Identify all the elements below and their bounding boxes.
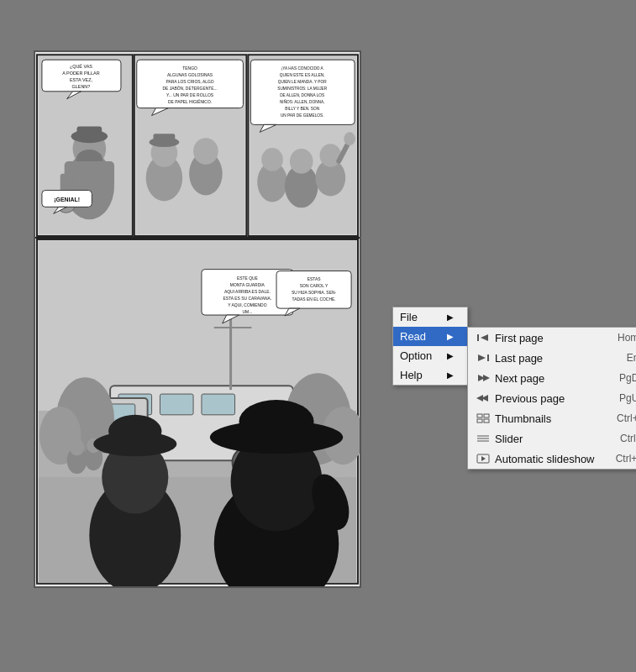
- option-menu-arrow: ▶: [447, 351, 454, 360]
- svg-marker-105: [481, 334, 488, 341]
- svg-rect-115: [484, 419, 489, 423]
- previous-page-label: Previous page: [495, 392, 602, 405]
- svg-rect-8: [76, 126, 102, 139]
- slider-label: Slider: [495, 433, 603, 445]
- thumbnails-icon: [475, 412, 491, 425]
- last-page-label: Last page: [495, 352, 610, 365]
- svg-point-78: [70, 439, 85, 456]
- svg-text:ALGUNAS GOLOSINAS: ALGUNAS GOLOSINAS: [167, 73, 213, 77]
- menu-bar: File ▶ Read ▶ First page Home Last page …: [392, 307, 468, 386]
- svg-text:PARA LOS CRIOS, ALGO: PARA LOS CRIOS, ALGO: [166, 80, 213, 84]
- file-menu-item[interactable]: File ▶: [393, 307, 467, 327]
- last-page-shortcut: End: [627, 352, 636, 364]
- next-page-item[interactable]: Next page PgDn: [468, 368, 636, 388]
- svg-text:TENGO: TENGO: [182, 66, 197, 71]
- svg-marker-111: [476, 395, 483, 402]
- svg-marker-109: [483, 375, 490, 381]
- svg-point-24: [193, 138, 218, 165]
- svg-text:Y AQUI, COMIENDO: Y AQUI, COMIENDO: [228, 303, 266, 307]
- comic-page: ¿QUÉ VAS A PODER PILLAR ESTA VEZ, GLENN?…: [34, 50, 361, 588]
- last-page-item[interactable]: Last page End: [468, 348, 636, 368]
- svg-text:GLENN?: GLENN?: [72, 84, 91, 89]
- svg-text:ESTA VEZ,: ESTA VEZ,: [70, 77, 93, 82]
- help-menu-arrow: ▶: [447, 370, 454, 380]
- svg-text:QUIEN ESTE ES ALLEN,: QUIEN ESTE ES ALLEN,: [280, 73, 325, 77]
- svg-text:ESTAS: ESTAS: [307, 277, 322, 281]
- svg-text:QUIEN LE MANDA. Y POR: QUIEN LE MANDA. Y POR: [278, 80, 327, 84]
- read-menu-label: Read: [400, 330, 426, 343]
- next-page-shortcut: PgDn: [619, 372, 636, 384]
- automatic-slideshow-item[interactable]: Automatic slideshow Ctrl+H: [468, 449, 636, 469]
- option-menu-item[interactable]: Option ▶: [393, 346, 467, 365]
- last-page-icon: [475, 351, 491, 365]
- svg-text:¡GENIAL!: ¡GENIAL!: [54, 197, 80, 202]
- svg-point-42: [344, 132, 355, 145]
- svg-point-38: [290, 149, 313, 174]
- svg-marker-107: [478, 354, 486, 361]
- read-submenu: First page Home Last page End Next page …: [467, 327, 636, 470]
- first-page-label: First page: [495, 332, 601, 344]
- slideshow-icon: [475, 452, 491, 465]
- svg-text:UM...: UM...: [242, 310, 252, 314]
- svg-text:NIÑOS: ALLEN, DONNA,: NIÑOS: ALLEN, DONNA,: [280, 99, 325, 104]
- file-menu-arrow: ▶: [447, 312, 454, 322]
- svg-rect-106: [487, 354, 489, 361]
- next-page-icon: [475, 371, 491, 385]
- next-page-label: Next page: [495, 372, 602, 385]
- svg-rect-63: [160, 394, 193, 415]
- read-menu-arrow: ▶: [447, 332, 454, 341]
- first-page-shortcut: Home: [618, 332, 636, 344]
- thumbnails-item[interactable]: Thumbnails Ctrl+T: [468, 408, 636, 428]
- option-menu-label: Option: [400, 349, 432, 362]
- previous-page-item[interactable]: Previous page PgUp: [468, 388, 636, 408]
- file-menu-label: File: [400, 311, 418, 323]
- read-menu-item[interactable]: Read ▶ First page Home Last page End: [393, 327, 467, 346]
- svg-point-36: [261, 148, 283, 171]
- thumbnails-shortcut: Ctrl+T: [617, 412, 636, 424]
- slider-item[interactable]: Slider Ctrl+I: [468, 428, 636, 449]
- svg-text:ESTE QUE: ESTE QUE: [237, 276, 259, 281]
- svg-text:BILLY Y BEN. SON: BILLY Y BEN. SON: [285, 107, 319, 111]
- svg-text:SUMINISTROS: LA MUJER: SUMINISTROS: LA MUJER: [277, 87, 327, 91]
- previous-page-shortcut: PgUp: [619, 392, 636, 404]
- svg-text:Y... UN PAR DE ROLLOS: Y... UN PAR DE ROLLOS: [166, 93, 214, 97]
- first-page-icon: [475, 331, 491, 344]
- svg-text:UN PAR DE GEMELOS.: UN PAR DE GEMELOS.: [281, 113, 324, 118]
- help-menu-item[interactable]: Help ▶: [393, 365, 467, 385]
- prev-page-icon: [475, 391, 491, 405]
- svg-point-84: [108, 415, 161, 449]
- svg-text:DE ALLEN, DONNA LOS: DE ALLEN, DONNA LOS: [280, 93, 324, 97]
- svg-text:A PODER PILLAR: A PODER PILLAR: [62, 71, 99, 76]
- svg-rect-64: [202, 394, 235, 415]
- slider-shortcut: Ctrl+I: [620, 433, 636, 444]
- svg-text:MONTA GUARDIA: MONTA GUARDIA: [230, 283, 265, 287]
- svg-text:SU HIJA SOPHIA. SEN-: SU HIJA SOPHIA. SEN-: [292, 291, 337, 295]
- svg-rect-112: [477, 414, 482, 417]
- svg-text:ESTA ES SU CARAVANA.: ESTA ES SU CARAVANA.: [223, 297, 272, 301]
- svg-text:¿QUÉ VAS: ¿QUÉ VAS: [70, 64, 92, 69]
- svg-rect-114: [477, 419, 482, 423]
- svg-rect-98: [276, 271, 351, 309]
- svg-text:DE PAPEL HIGIÉNICO.: DE PAPEL HIGIÉNICO.: [168, 99, 212, 104]
- svg-text:TADAS EN EL COCHE.: TADAS EN EL COCHE.: [292, 297, 335, 302]
- svg-text:SON CAROL Y: SON CAROL Y: [300, 284, 329, 288]
- svg-rect-113: [484, 414, 489, 417]
- slider-icon: [475, 432, 491, 445]
- first-page-item[interactable]: First page Home: [468, 328, 636, 348]
- svg-text:DE JABÓN, DETERGENTE...: DE JABÓN, DETERGENTE...: [162, 86, 217, 91]
- slideshow-shortcut: Ctrl+H: [616, 453, 636, 465]
- svg-rect-22: [154, 134, 176, 144]
- svg-rect-104: [477, 334, 479, 341]
- svg-marker-120: [481, 456, 486, 461]
- svg-text:¡YA HAS CONOCIDO A: ¡YA HAS CONOCIDO A: [281, 66, 324, 71]
- thumbnails-label: Thumbnails: [495, 412, 600, 425]
- svg-text:AQUI ARRIBA ES DALE.: AQUI ARRIBA ES DALE.: [224, 290, 271, 294]
- slideshow-label: Automatic slideshow: [495, 453, 599, 465]
- help-menu-label: Help: [400, 369, 423, 381]
- svg-point-88: [239, 400, 313, 443]
